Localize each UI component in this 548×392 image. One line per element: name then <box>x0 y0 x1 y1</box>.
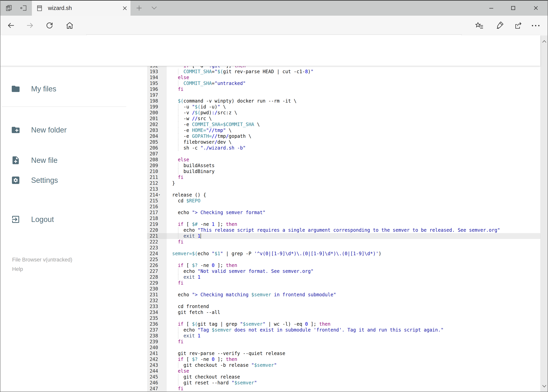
code-line[interactable]: 210 buildBinary <box>147 168 540 174</box>
scroll-down-icon[interactable] <box>541 382 548 390</box>
code-line[interactable]: 229 fi <box>147 280 540 286</box>
code-line[interactable]: 201 -w //src \ <box>147 116 540 121</box>
code-line[interactable]: 195 COMMIT_SHA="untracked" <box>147 80 540 86</box>
code-line[interactable]: 228 exit 1 <box>147 274 540 280</box>
code-line[interactable]: 200 -v /$(pwd):/src:z \ <box>147 110 540 116</box>
forward-icon[interactable] <box>26 21 34 29</box>
tab-close-icon[interactable] <box>122 0 127 16</box>
code-line[interactable]: 199 -u "$(id -u)" \ <box>147 104 540 110</box>
code-line[interactable]: 205 filebrowser/dev \ <box>147 139 540 145</box>
code-line[interactable]: 238 exit 1 <box>147 333 540 339</box>
browser-tab[interactable]: wizard.sh <box>32 0 131 16</box>
code-line[interactable]: 207 <box>147 151 540 157</box>
code-line[interactable]: 233 cd frontend <box>147 304 540 309</box>
code-line[interactable]: 196 fi <box>147 86 540 92</box>
code-line[interactable]: 236 if [ $(git tag | grep "$semver" | wc… <box>147 321 540 327</box>
code-line[interactable]: 246 git reset --hard "$semver" <box>147 380 540 386</box>
code-line[interactable]: 214▾release () { <box>147 192 540 198</box>
settings-icon <box>11 175 20 185</box>
code-line[interactable]: 242 if [ $? -ne 0 ]; then <box>147 356 540 362</box>
code-text: git checkout release <box>172 374 240 380</box>
code-line[interactable]: 245 git checkout release <box>147 374 540 380</box>
close-window-button[interactable] <box>533 5 539 11</box>
code-line[interactable]: 193 COMMIT_SHA="$(git rev-parse HEAD | c… <box>147 69 540 75</box>
code-line[interactable]: 235 <box>147 315 540 321</box>
code-line[interactable]: 194 else <box>147 75 540 80</box>
code-line[interactable]: 225 <box>147 257 540 262</box>
sidebar-item-my-files[interactable]: My files <box>6 79 123 99</box>
code-line[interactable]: 208 else <box>147 157 540 163</box>
code-line[interactable]: 237 echo "Tag $semver does not exist in … <box>147 327 540 333</box>
set-aside-tabs-icon[interactable] <box>20 5 27 12</box>
code-line[interactable]: 221 exit 1 <box>147 233 540 239</box>
sidebar-item-logout[interactable]: Logout <box>6 210 123 229</box>
minimize-button[interactable] <box>488 5 494 11</box>
sidebar-item-settings[interactable]: Settings <box>6 170 123 190</box>
code-line[interactable]: 192 if [ -d ".git" ]; then <box>147 66 540 69</box>
code-line[interactable]: 226 if [ $? -ne 0 ]; then <box>147 262 540 268</box>
code-line[interactable]: 204 -e GOPATH=//tmp/gopath \ <box>147 133 540 139</box>
new-tab-icon[interactable] <box>136 5 142 11</box>
line-number: 234 <box>147 309 167 315</box>
code-editor[interactable]: 192 if [ -d ".git" ]; then193 COMMIT_SHA… <box>147 66 540 392</box>
line-number: 239 <box>147 339 167 345</box>
home-icon[interactable] <box>66 21 74 29</box>
code-line[interactable]: 232 <box>147 298 540 304</box>
code-text: $(command -v winpty) docker run --rm -it… <box>172 98 297 104</box>
code-line[interactable]: 222 fi <box>147 239 540 245</box>
code-line[interactable]: 212} <box>147 180 540 186</box>
code-line[interactable]: 203 -e HOME="//tmp" \ <box>147 127 540 133</box>
fold-toggle-icon[interactable]: ▾ <box>159 192 160 198</box>
code-text: filebrowser/dev \ <box>172 139 231 145</box>
code-line[interactable]: 220 echo "This release script requires a… <box>147 227 540 233</box>
share-icon[interactable] <box>514 21 522 29</box>
code-line[interactable]: 209 buildAssets <box>147 163 540 168</box>
refresh-icon[interactable] <box>46 21 53 29</box>
code-line[interactable]: 244 else <box>147 368 540 374</box>
code-line[interactable]: 239 fi <box>147 339 540 345</box>
line-number: 207 <box>147 151 167 157</box>
code-line[interactable]: 202 -e COMMIT_SHA=$COMMIT_SHA \ <box>147 121 540 127</box>
code-line[interactable]: 234 git fetch --all <box>147 309 540 315</box>
code-line[interactable]: 240 <box>147 345 540 350</box>
tab-title: wizard.sh <box>48 5 72 11</box>
code-line[interactable]: 213 <box>147 186 540 192</box>
code-line[interactable]: 243 git checkout -b release "$semver" <box>147 362 540 368</box>
page-scrollbar[interactable] <box>540 36 548 392</box>
hub-favorites-icon[interactable] <box>475 21 484 29</box>
code-line[interactable]: 216 <box>147 204 540 210</box>
code-line[interactable]: 224semver=$(echo "$1" | grep -P '^v(0|[1… <box>147 251 540 257</box>
code-line[interactable]: 215 cd $REPO <box>147 198 540 204</box>
maximize-button[interactable] <box>510 5 516 11</box>
code-line[interactable]: 227 echo "Not valid semver format. See s… <box>147 268 540 274</box>
code-line[interactable]: 219 if [ $# -ne 1 ]; then <box>147 221 540 227</box>
scroll-up-icon[interactable] <box>541 38 548 45</box>
annotate-pen-icon[interactable] <box>495 21 504 29</box>
tab-preview-icon[interactable] <box>6 5 13 12</box>
line-number: 231 <box>147 292 167 298</box>
code-text: exit 1 <box>172 333 201 339</box>
line-number: 233 <box>147 304 167 309</box>
code-line[interactable]: 211 fi <box>147 174 540 180</box>
code-line[interactable]: 198 $(command -v winpty) docker run --rm… <box>147 98 540 104</box>
more-icon[interactable] <box>531 24 540 27</box>
code-line[interactable]: 230 <box>147 286 540 292</box>
code-line[interactable]: 223 <box>147 245 540 251</box>
code-line[interactable]: 217 echo "> Checking semver format" <box>147 210 540 216</box>
code-line[interactable]: 197 <box>147 92 540 98</box>
code-line[interactable]: 247 fi <box>147 386 540 392</box>
sidebar-item-label: Logout <box>31 215 54 224</box>
code-line[interactable]: 218 <box>147 216 540 221</box>
code-line[interactable]: 231 echo "> Checking matching $semver in… <box>147 292 540 298</box>
window-border-top <box>0 0 548 0</box>
code-line[interactable]: 206 sh -c "./wizard.sh -b" <box>147 145 540 151</box>
browser-tab-bar: wizard.sh <box>0 0 548 16</box>
code-line[interactable]: 241 git rev-parse --verify --quiet relea… <box>147 350 540 356</box>
sidebar-item-new-file[interactable]: New file <box>6 150 123 170</box>
sidebar-item-new-folder[interactable]: New folder <box>6 120 123 140</box>
help-link[interactable]: Help <box>12 266 110 272</box>
tab-dropdown-icon[interactable] <box>151 6 157 10</box>
line-number: 241 <box>147 350 167 356</box>
back-icon[interactable] <box>7 21 15 29</box>
line-number: 244 <box>147 368 167 374</box>
